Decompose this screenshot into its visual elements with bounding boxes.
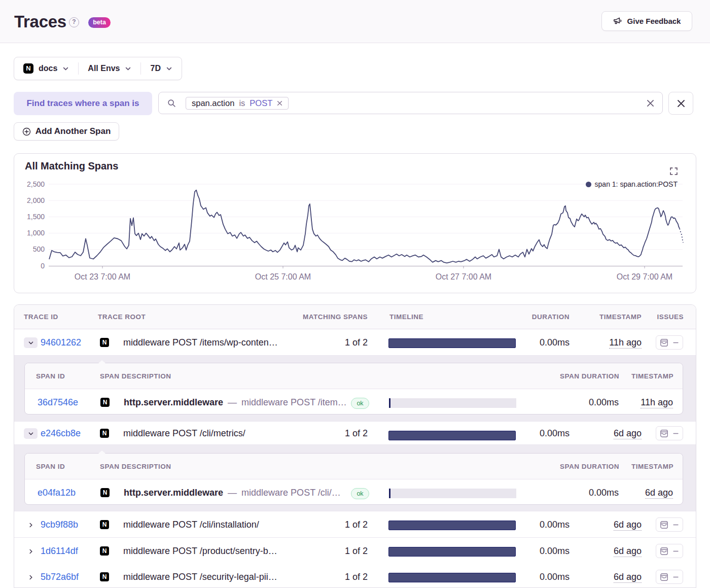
svg-text:1,000: 1,000: [27, 229, 45, 237]
svg-text:Oct 29 7:00 AM: Oct 29 7:00 AM: [617, 272, 672, 281]
svg-text:Oct 27 7:00 AM: Oct 27 7:00 AM: [436, 272, 491, 281]
svg-text:2,000: 2,000: [27, 196, 45, 204]
svg-text:Oct 25 7:00 AM: Oct 25 7:00 AM: [255, 272, 311, 281]
svg-text:2,500: 2,500: [27, 180, 45, 188]
svg-text:500: 500: [33, 245, 45, 253]
svg-text:Oct 23 7:00 AM: Oct 23 7:00 AM: [75, 272, 130, 281]
svg-text:0: 0: [41, 262, 45, 270]
svg-text:1,500: 1,500: [27, 213, 45, 221]
